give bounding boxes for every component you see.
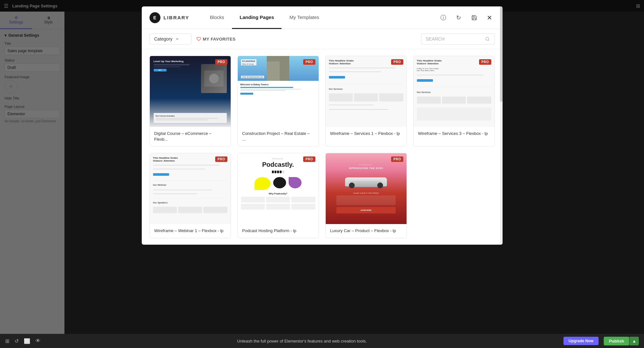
library-logo: E LIBRARY <box>149 12 189 23</box>
svg-line-1 <box>488 40 489 41</box>
pro-badge: PRO <box>215 156 227 162</box>
responsive-icon[interactable]: ⬜ <box>24 338 30 344</box>
modal-header: E LIBRARY Blocks Landing Pages My Templa… <box>142 6 503 29</box>
pro-badge: PRO <box>303 156 315 162</box>
favorites-button[interactable]: MY FAVORITES <box>197 37 236 42</box>
publish-button[interactable]: Publish <box>604 337 629 345</box>
template-label: Construction Project – Real Estate – ... <box>238 127 319 146</box>
upgrade-button[interactable]: Upgrade Now <box>563 337 599 345</box>
library-logo-icon: E <box>149 12 160 23</box>
templates-grid: PRO Level Up Your Marketing $60 <box>142 49 503 245</box>
template-label: Digital Course – eCommerce – Flexb... <box>150 127 231 146</box>
library-logo-text: LIBRARY <box>164 15 189 20</box>
library-modal: E LIBRARY Blocks Landing Pages My Templa… <box>142 6 503 245</box>
save-button[interactable] <box>469 13 479 23</box>
template-thumbnail: PRO Level Up Your Marketing $60 <box>150 56 231 127</box>
template-thumbnail: PRO A Luxurious Way of Living Only 20 Ap <box>238 56 319 127</box>
search-icon <box>485 36 490 42</box>
filter-bar: Category MY FAVORITES <box>142 29 503 49</box>
template-card[interactable]: PRO A Luxurious Way of Living Only 20 Ap <box>237 56 319 146</box>
info-button[interactable]: ⓘ <box>438 13 448 23</box>
template-thumbnail: PRO Podcastly. Podcastly. <box>238 153 319 224</box>
promo-text: Unleash the full power of Elementor's fe… <box>46 339 558 343</box>
close-button[interactable]: ✕ <box>485 13 495 23</box>
category-dropdown[interactable]: Category <box>149 33 191 44</box>
template-thumbnail: PRO This Headline GrabsVisitors' Attenti… <box>414 56 495 127</box>
pro-badge: PRO <box>215 59 227 65</box>
search-bar <box>421 33 495 44</box>
modal-scrollbar-track <box>500 6 503 245</box>
modal-overlay: E LIBRARY Blocks Landing Pages My Templa… <box>0 0 644 348</box>
bottom-bar: ⊞ ↺ ⬜ 👁 Unleash the full power of Elemen… <box>0 334 644 348</box>
template-thumbnail: PRO This Headline GrabsVisitors' Attenti… <box>150 153 231 224</box>
modal-scrollbar-thumb[interactable] <box>500 6 503 102</box>
eye-icon[interactable]: 👁 <box>35 338 41 344</box>
history-icon[interactable]: ↺ <box>14 338 19 344</box>
tab-blocks[interactable]: Blocks <box>202 6 232 29</box>
pro-badge: PRO <box>479 59 491 65</box>
template-thumbnail: PRO This Headline GrabsVisitors' Attenti… <box>326 56 407 127</box>
template-card[interactable]: PRO Level Up Your Marketing $60 <box>149 56 231 146</box>
modal-header-actions: ⓘ ↻ ✕ <box>438 13 495 23</box>
template-card[interactable]: PRO This Headline GrabsVisitors' Attenti… <box>149 153 231 238</box>
publish-dropdown-button[interactable]: ▲ <box>630 337 639 345</box>
template-label: Luxury Car – Product – Flexbox - lp <box>326 224 407 238</box>
pro-badge: PRO <box>391 156 403 162</box>
modal-tabs: Blocks Landing Pages My Templates <box>202 6 438 29</box>
heart-icon <box>197 37 201 41</box>
template-card[interactable]: PRO FERRARI INTRODUCING THE GO25 SLEEK &… <box>325 153 407 238</box>
refresh-button[interactable]: ↻ <box>454 13 464 23</box>
svg-point-0 <box>486 37 489 40</box>
chevron-down-icon <box>175 37 179 41</box>
template-label: Wireframe – Services 3 – Flexbox - lp <box>414 127 495 140</box>
search-input[interactable] <box>426 36 483 42</box>
tab-my-templates[interactable]: My Templates <box>282 6 327 29</box>
template-card[interactable]: PRO This Headline GrabsVisitors' Attenti… <box>413 56 495 146</box>
template-label: Wireframe – Services 1 – Flexbox - lp <box>326 127 407 140</box>
tab-landing-pages[interactable]: Landing Pages <box>232 6 282 29</box>
layers-icon[interactable]: ⊞ <box>5 338 9 344</box>
template-card[interactable]: PRO Podcastly. Podcastly. <box>237 153 319 238</box>
template-label: Podcast Hosting Platform - lp <box>238 224 319 238</box>
pro-badge: PRO <box>303 59 315 65</box>
template-thumbnail: PRO FERRARI INTRODUCING THE GO25 SLEEK &… <box>326 153 407 224</box>
pro-badge: PRO <box>391 59 403 65</box>
template-card[interactable]: PRO This Headline GrabsVisitors' Attenti… <box>325 56 407 146</box>
template-label: Wireframe – Webinar 1 – Flexbox - lp <box>150 224 231 238</box>
